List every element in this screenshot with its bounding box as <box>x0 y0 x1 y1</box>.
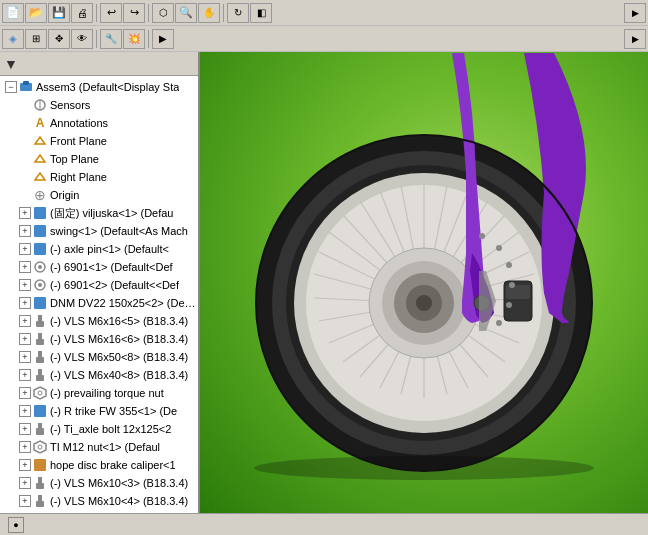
vls-m6x40-label: (-) VLS M6x40<8> (B18.3.4) <box>50 369 188 381</box>
tree-item-front-plane[interactable]: Front Plane <box>0 132 198 150</box>
r-trike-icon <box>32 403 48 419</box>
redo-button[interactable]: ↪ <box>123 3 145 23</box>
annotations-icon: A <box>32 115 48 131</box>
tree-item-right-plane[interactable]: Right Plane <box>0 168 198 186</box>
ti-axle-plus[interactable]: + <box>19 423 31 435</box>
tree-item-axle-pin[interactable]: + (-) axle pin<1> (Default< <box>0 240 198 258</box>
ti-axle-expand[interactable]: + <box>18 422 32 436</box>
tree-item-hope-disc[interactable]: + hope disc brake caliper<1 <box>0 456 198 474</box>
root-plus[interactable]: − <box>5 81 17 93</box>
6901-2-expand[interactable]: + <box>18 278 32 292</box>
svg-rect-26 <box>36 483 44 489</box>
dnm-expand[interactable]: + <box>18 296 32 310</box>
vls-m6x40-expand[interactable]: + <box>18 368 32 382</box>
dnm-plus[interactable]: + <box>19 297 31 309</box>
axle-pin-plus[interactable]: + <box>19 243 31 255</box>
tree-item-r-trike[interactable]: + (-) R trike FW 355<1> (De <box>0 402 198 420</box>
hope-disc-expand[interactable]: + <box>18 458 32 472</box>
tree-item-viljuska[interactable]: + (固定) viljuska<1> (Defau <box>0 204 198 222</box>
tree-item-vls-m6x50[interactable]: + (-) VLS M6x50<8> (B18.3.4) <box>0 348 198 366</box>
save-button[interactable]: 💾 <box>48 3 70 23</box>
tree-item-6901-1[interactable]: + (-) 6901<1> (Default<Def <box>0 258 198 276</box>
open-button[interactable]: 📂 <box>25 3 47 23</box>
tree-item-6901-2[interactable]: + (-) 6901<2> (Default<<Def <box>0 276 198 294</box>
vls-m6x10-3-expand[interactable]: + <box>18 476 32 490</box>
undo-button[interactable]: ↩ <box>100 3 122 23</box>
hope-disc-plus[interactable]: + <box>19 459 31 471</box>
vls-6-expand[interactable]: + <box>18 332 32 346</box>
vls-5-plus[interactable]: + <box>19 315 31 327</box>
section-icon: ◧ <box>257 7 266 18</box>
vls-m6x10-3-plus[interactable]: + <box>19 477 31 489</box>
right-plane-label: Right Plane <box>50 171 107 183</box>
vls-m6x10-4-expand[interactable]: + <box>18 494 32 508</box>
right-plane-icon <box>32 169 48 185</box>
view3d-button[interactable]: ⬡ <box>152 3 174 23</box>
swing-expand[interactable]: + <box>18 224 32 238</box>
tree-item-top-plane[interactable]: Top Plane <box>0 150 198 168</box>
svg-marker-23 <box>34 441 46 453</box>
6901-1-plus[interactable]: + <box>19 261 31 273</box>
tree-item-ti-m12[interactable]: + TI M12 nut<1> (Defaul <box>0 438 198 456</box>
svg-rect-21 <box>38 423 42 428</box>
vls-m6x40-plus[interactable]: + <box>19 369 31 381</box>
simulate-button[interactable]: ▶ <box>152 29 174 49</box>
tree-item-dnm[interactable]: + DNM DV22 150x25<2> (Defau <box>0 294 198 312</box>
expand-toolbar-button[interactable]: ▶ <box>624 3 646 23</box>
linear-component-button[interactable]: ⊞ <box>25 29 47 49</box>
3d-viewport[interactable] <box>200 52 648 513</box>
print-button[interactable]: 🖨 <box>71 3 93 23</box>
6901-1-expand[interactable]: + <box>18 260 32 274</box>
r-trike-expand[interactable]: + <box>18 404 32 418</box>
zoom-button[interactable]: 🔍 <box>175 3 197 23</box>
viljuska-expand[interactable]: + <box>18 206 32 220</box>
ti-m12-expand[interactable]: + <box>18 440 32 454</box>
tree-item-origin[interactable]: ⊕ Origin <box>0 186 198 204</box>
root-expand[interactable]: − <box>4 80 18 94</box>
6901-2-icon <box>32 277 48 293</box>
6901-2-plus[interactable]: + <box>19 279 31 291</box>
tree-item-sensors[interactable]: Sensors <box>0 96 198 114</box>
tree-item-vls-6[interactable]: + (-) VLS M6x16<6> (B18.3.4) <box>0 330 198 348</box>
vls-5-expand[interactable]: + <box>18 314 32 328</box>
prevailing-plus[interactable]: + <box>19 387 31 399</box>
smart-mates-button[interactable]: ◈ <box>2 29 24 49</box>
vls-m6x10-4-plus[interactable]: + <box>19 495 31 507</box>
tree-root[interactable]: − Assem3 (Default<Display Sta <box>0 78 198 96</box>
tree-item-annotations[interactable]: A Annotations <box>0 114 198 132</box>
ti-m12-plus[interactable]: + <box>19 441 31 453</box>
tree-item-vls-m6x10-3[interactable]: + (-) VLS M6x10<3> (B18.3.4) <box>0 474 198 492</box>
swing-plus[interactable]: + <box>19 225 31 237</box>
pan-button[interactable]: ✋ <box>198 3 220 23</box>
new-button[interactable]: 📄 <box>2 3 24 23</box>
viljuska-label: (固定) viljuska<1> (Defau <box>50 206 174 221</box>
6901-1-label: (-) 6901<1> (Default<Def <box>50 261 173 273</box>
svg-rect-27 <box>38 495 42 501</box>
r-trike-plus[interactable]: + <box>19 405 31 417</box>
tree-item-vls-m6x40[interactable]: + (-) VLS M6x40<8> (B18.3.4) <box>0 366 198 384</box>
viljuska-plus[interactable]: + <box>19 207 31 219</box>
vls-m6x50-plus[interactable]: + <box>19 351 31 363</box>
move-component-button[interactable]: ✥ <box>48 29 70 49</box>
tree-item-ti-axle[interactable]: + (-) Ti_axle bolt 12x125<2 <box>0 420 198 438</box>
axle-pin-expand[interactable]: + <box>18 242 32 256</box>
explode-button[interactable]: 💥 <box>123 29 145 49</box>
expand-toolbar2-button[interactable]: ▶ <box>624 29 646 49</box>
sensors-label: Sensors <box>50 99 90 111</box>
tree-item-swing[interactable]: + swing<1> (Default<As Mach <box>0 222 198 240</box>
tree-item-prevailing[interactable]: + (-) prevailing torque nut <box>0 384 198 402</box>
tree-item-vls-m6x10-4[interactable]: + (-) VLS M6x10<4> (B18.3.4) <box>0 492 198 510</box>
gear-svg2 <box>33 278 47 292</box>
new-assembly-button[interactable]: 🔧 <box>100 29 122 49</box>
component-tree[interactable]: − Assem3 (Default<Display Sta <box>0 76 198 513</box>
part-block6 <box>34 459 46 471</box>
wheel-svg <box>214 53 634 513</box>
vls-6-plus[interactable]: + <box>19 333 31 345</box>
section-button[interactable]: ◧ <box>250 3 272 23</box>
show-hidden-button[interactable]: 👁 <box>71 29 93 49</box>
tree-item-vls-5[interactable]: + (-) VLS M6x16<5> (B18.3.4) <box>0 312 198 330</box>
part-block5 <box>34 405 46 417</box>
vls-m6x50-expand[interactable]: + <box>18 350 32 364</box>
prevailing-expand[interactable]: + <box>18 386 32 400</box>
rotate-button[interactable]: ↻ <box>227 3 249 23</box>
